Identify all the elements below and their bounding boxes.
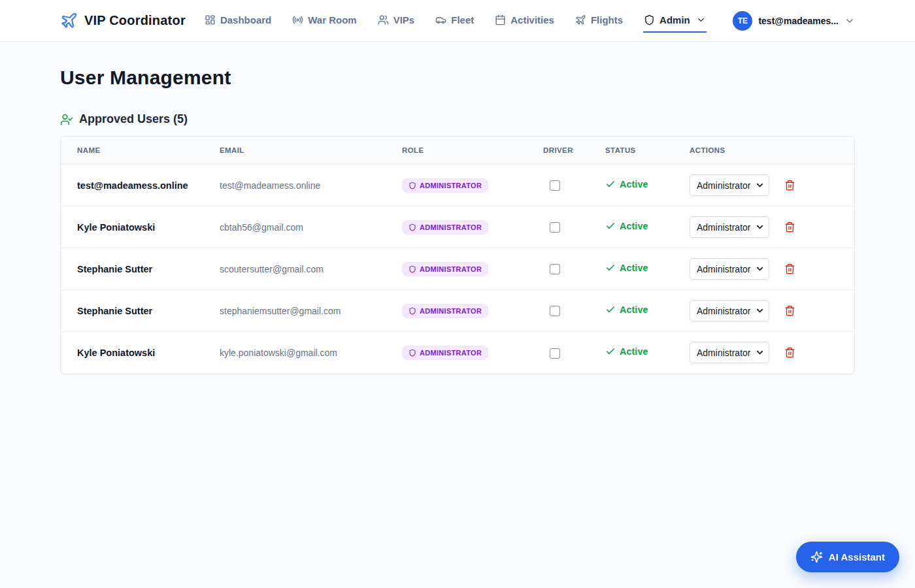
status-label: Active: [620, 346, 648, 357]
sparkles-icon: [810, 551, 823, 563]
radio-icon: [292, 14, 303, 25]
check-icon: [605, 263, 616, 273]
nav-item-flights[interactable]: Flights: [574, 9, 624, 33]
column-header-role: ROLE: [402, 137, 543, 165]
user-email: kyle.poniatowski@gmail.com: [220, 332, 402, 374]
user-name: Kyle Poniatowski: [61, 332, 220, 374]
shield-icon: [408, 182, 416, 189]
status-badge: Active: [605, 179, 648, 189]
role-select[interactable]: Administrator: [690, 216, 769, 238]
role-select-wrap: Administrator: [690, 258, 769, 280]
table-row: test@madeamess.online test@madeamess.onl…: [61, 165, 854, 206]
nav-label: Fleet: [451, 14, 474, 25]
delete-user-button[interactable]: [784, 347, 795, 358]
role-select-wrap: Administrator: [690, 300, 769, 321]
check-icon: [605, 346, 616, 357]
calendar-icon: [495, 14, 506, 25]
role-select-wrap: Administrator: [690, 174, 769, 196]
table-row: Stephanie Sutter stephaniemsutter@gmail.…: [61, 290, 854, 332]
driver-checkbox[interactable]: [550, 180, 560, 191]
status-badge: Active: [605, 221, 648, 231]
delete-user-button[interactable]: [784, 263, 795, 274]
nav-label: War Room: [308, 14, 356, 25]
shield-icon: [408, 223, 416, 231]
nav-item-admin[interactable]: Admin: [643, 9, 707, 33]
table-row: Stephanie Sutter scoutersutter@gmail.com…: [61, 248, 854, 290]
table-header-row: NAME EMAIL ROLE DRIVER STATUS ACTIONS: [61, 137, 854, 165]
role-select[interactable]: Administrator: [690, 258, 769, 280]
table-row: Kyle Poniatowski cbtah56@gmail.com ADMIN…: [61, 206, 854, 248]
nav-item-activities[interactable]: Activities: [494, 9, 555, 33]
nav-label: Flights: [591, 14, 623, 25]
role-badge: ADMINISTRATOR: [402, 346, 488, 360]
status-badge: Active: [605, 346, 648, 357]
role-select[interactable]: Administrator: [690, 342, 769, 363]
user-name: test@madeamess.online: [61, 165, 220, 206]
role-select[interactable]: Administrator: [690, 300, 769, 321]
role-badge: ADMINISTRATOR: [402, 178, 488, 193]
nav-label: Admin: [659, 14, 690, 25]
main-nav: Dashboard War Room VIPs Fleet: [204, 9, 707, 33]
status-badge: Active: [605, 263, 648, 273]
shield-icon: [408, 307, 416, 315]
trash-icon: [784, 180, 795, 191]
check-icon: [605, 304, 616, 315]
delete-user-button[interactable]: [784, 221, 795, 233]
brand[interactable]: VIP Coordinator: [60, 12, 186, 29]
chevron-down-icon: [844, 16, 855, 26]
user-email: test@madeamess.online: [220, 165, 402, 206]
status-label: Active: [620, 304, 648, 315]
top-navbar: VIP Coordinator Dashboard War Room VIPs: [0, 0, 915, 42]
plane-logo-icon: [60, 12, 78, 29]
dashboard-grid-icon: [205, 14, 216, 25]
nav-label: Dashboard: [220, 14, 271, 25]
shield-icon: [408, 265, 416, 273]
role-select-wrap: Administrator: [690, 342, 769, 363]
nav-item-dashboard[interactable]: Dashboard: [204, 9, 272, 33]
nav-label: VIPs: [393, 14, 415, 25]
ai-assistant-button[interactable]: AI Assistant: [796, 542, 899, 572]
nav-item-war-room[interactable]: War Room: [291, 9, 357, 33]
nav-label: Activities: [510, 14, 554, 25]
nav-item-vips[interactable]: VIPs: [377, 9, 416, 33]
status-badge: Active: [605, 304, 648, 315]
user-check-icon: [60, 113, 73, 126]
delete-user-button[interactable]: [784, 180, 795, 191]
user-menu[interactable]: TE test@madeames...: [733, 11, 855, 31]
plane-icon: [575, 14, 586, 25]
trash-icon: [784, 347, 795, 358]
ai-assistant-label: AI Assistant: [829, 551, 885, 563]
driver-checkbox[interactable]: [550, 264, 560, 274]
driver-checkbox[interactable]: [550, 348, 560, 359]
role-select-wrap: Administrator: [690, 216, 769, 238]
shield-icon: [644, 14, 655, 25]
trash-icon: [784, 263, 795, 274]
approved-users-table: NAME EMAIL ROLE DRIVER STATUS ACTIONS te…: [61, 137, 854, 374]
user-email: scoutersutter@gmail.com: [220, 248, 402, 290]
status-label: Active: [620, 179, 648, 189]
shield-icon: [408, 349, 416, 357]
user-email: cbtah56@gmail.com: [220, 206, 402, 248]
table-row: Kyle Poniatowski kyle.poniatowski@gmail.…: [61, 332, 854, 374]
delete-user-button[interactable]: [784, 305, 795, 316]
role-badge: ADMINISTRATOR: [402, 262, 488, 276]
role-badge: ADMINISTRATOR: [402, 220, 488, 235]
driver-checkbox[interactable]: [550, 306, 560, 316]
approved-users-heading: Approved Users (5): [60, 112, 855, 126]
section-title: Approved Users (5): [79, 112, 188, 126]
check-icon: [605, 221, 616, 231]
role-badge-label: ADMINISTRATOR: [420, 307, 482, 315]
role-badge-label: ADMINISTRATOR: [420, 265, 482, 273]
chevron-down-icon: [696, 15, 706, 25]
user-name: Kyle Poniatowski: [61, 206, 220, 248]
page-title: User Management: [60, 67, 855, 89]
status-label: Active: [620, 263, 648, 273]
nav-item-fleet[interactable]: Fleet: [435, 9, 474, 33]
driver-checkbox[interactable]: [550, 222, 560, 233]
column-header-driver: DRIVER: [543, 137, 605, 165]
role-select[interactable]: Administrator: [690, 174, 769, 196]
brand-name: VIP Coordinator: [84, 13, 186, 28]
role-badge-label: ADMINISTRATOR: [420, 223, 482, 231]
column-header-actions: ACTIONS: [690, 137, 854, 165]
user-email: stephaniemsutter@gmail.com: [220, 290, 402, 332]
